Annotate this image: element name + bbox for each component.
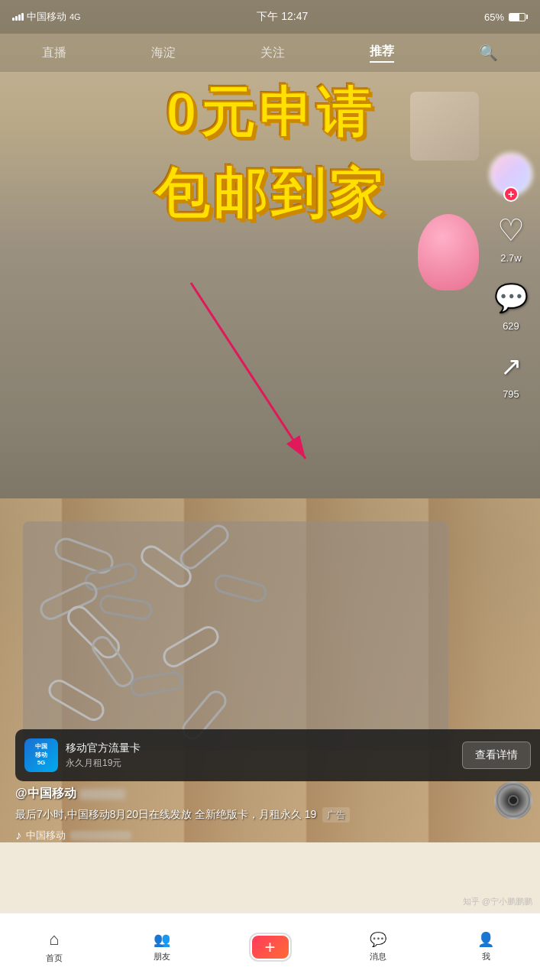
author-name-blurred bbox=[79, 789, 125, 800]
ad-cta-button[interactable]: 查看详情 bbox=[462, 741, 531, 769]
battery-indicator bbox=[509, 13, 528, 21]
share-count: 795 bbox=[503, 388, 519, 400]
like-count: 2.7w bbox=[500, 252, 521, 264]
music-note-icon: ♪ bbox=[15, 829, 21, 842]
video-info: @中国移动 最后7小时,中国移动8月20日在线发放 全新绝版卡，月租永久 19 … bbox=[15, 786, 479, 842]
music-info: ♪ 中国移动 bbox=[15, 829, 479, 842]
comment-action[interactable]: 💬 629 bbox=[492, 279, 530, 332]
battery-tip bbox=[526, 15, 528, 19]
video-area: 0元申请 包邮到家 bbox=[0, 0, 540, 842]
follow-button[interactable]: + bbox=[503, 187, 519, 202]
ad-subtitle: 永久月租19元 bbox=[66, 757, 454, 770]
tab-add[interactable]: + bbox=[216, 934, 324, 960]
share-icon-container: ↗ bbox=[492, 347, 530, 385]
battery-body bbox=[509, 13, 525, 21]
promo-text-area: 0元申请 包邮到家 bbox=[0, 76, 540, 231]
tab-home-label: 首页 bbox=[46, 952, 63, 964]
author-avatar-container: + bbox=[490, 153, 532, 196]
author-name-text: @中国移动 bbox=[15, 787, 76, 800]
promo-line1: 0元申请 bbox=[0, 76, 540, 150]
video-desc-text: 最后7小时,中国移动8月20日在线发放 全新绝版卡，月租永久 19 bbox=[15, 808, 316, 820]
signal-bar-2 bbox=[15, 16, 18, 21]
bottom-nav: ⌂ 首页 👥 朋友 + 💬 消息 👤 我 bbox=[0, 913, 540, 980]
svg-line-1 bbox=[191, 283, 306, 459]
video-background: 0元申请 包邮到家 bbox=[0, 0, 540, 842]
network-label: 4G bbox=[70, 12, 81, 21]
share-action[interactable]: ↗ 795 bbox=[492, 347, 530, 400]
signal-bar-1 bbox=[12, 18, 15, 21]
add-button[interactable]: + bbox=[251, 934, 290, 960]
carrier-label: 中国移动 bbox=[27, 10, 66, 24]
music-text-blurred bbox=[70, 831, 131, 840]
clips-pile bbox=[23, 521, 448, 751]
status-right: 65% bbox=[484, 11, 528, 23]
tab-friends[interactable]: 👥 朋友 bbox=[108, 931, 215, 962]
paper-clips-area bbox=[23, 521, 448, 751]
nav-item-follow[interactable]: 关注 bbox=[260, 45, 285, 61]
video-description: 最后7小时,中国移动8月20日在线发放 全新绝版卡，月租永久 19 广告 bbox=[15, 806, 479, 823]
ad-tag: 广告 bbox=[322, 807, 350, 823]
tab-friends-icon: 👥 bbox=[154, 931, 170, 948]
nav-item-recommend[interactable]: 推荐 bbox=[370, 44, 394, 63]
battery-percent: 65% bbox=[484, 11, 504, 23]
like-icon-container: ♡ bbox=[492, 211, 530, 249]
ad-logo: 中国 移动 5G bbox=[24, 738, 58, 772]
nav-item-haidian[interactable]: 海淀 bbox=[151, 45, 176, 61]
watermark: 知乎 @宁小鹏鹏鹏 bbox=[463, 896, 532, 907]
heart-icon: ♡ bbox=[497, 213, 525, 248]
music-disc[interactable] bbox=[494, 781, 532, 819]
tab-home-icon: ⌂ bbox=[49, 930, 59, 949]
comment-icon: 💬 bbox=[494, 282, 529, 314]
battery-fill bbox=[509, 14, 519, 21]
ad-logo-text: 中国 移动 5G bbox=[35, 743, 47, 767]
ad-text-area: 移动官方流量卡 永久月租19元 bbox=[66, 741, 454, 770]
music-author: 中国移动 bbox=[26, 829, 66, 842]
signal-bars bbox=[12, 13, 24, 21]
search-button[interactable]: 🔍 bbox=[479, 44, 498, 62]
add-icon: + bbox=[265, 938, 276, 956]
status-bar: 中国移动 4G 下午 12:47 65% bbox=[0, 0, 540, 34]
top-nav-bar: 直播 海淀 关注 推荐 🔍 bbox=[0, 34, 540, 72]
like-action[interactable]: ♡ 2.7w bbox=[492, 211, 530, 264]
signal-bar-3 bbox=[18, 15, 21, 21]
tab-home[interactable]: ⌂ 首页 bbox=[0, 930, 108, 964]
music-disc-inner bbox=[508, 795, 519, 806]
tab-profile-label: 我 bbox=[482, 951, 490, 962]
tab-messages[interactable]: 💬 消息 bbox=[324, 931, 432, 962]
tab-profile[interactable]: 👤 我 bbox=[432, 931, 540, 962]
tab-friends-label: 朋友 bbox=[154, 951, 170, 962]
arrow-overlay bbox=[153, 268, 344, 497]
phone-frame: 0元申请 包邮到家 中国移动 4G 下午 12:47 65% bbox=[0, 0, 540, 980]
tab-messages-icon: 💬 bbox=[370, 931, 386, 948]
ad-banner[interactable]: 中国 移动 5G 移动官方流量卡 永久月租19元 查看详情 bbox=[15, 729, 540, 781]
status-time: 下午 12:47 bbox=[257, 10, 308, 24]
status-left: 中国移动 4G bbox=[12, 10, 81, 24]
share-icon: ↗ bbox=[500, 351, 522, 381]
right-sidebar: + ♡ 2.7w 💬 629 ↗ 795 bbox=[490, 153, 532, 400]
signal-bar-4 bbox=[21, 13, 24, 21]
ad-title: 移动官方流量卡 bbox=[66, 741, 454, 755]
author-name[interactable]: @中国移动 bbox=[15, 786, 479, 802]
watermark-text: 知乎 @宁小鹏鹏鹏 bbox=[463, 897, 532, 906]
tab-messages-label: 消息 bbox=[370, 951, 386, 962]
tab-profile-icon: 👤 bbox=[477, 931, 494, 948]
comment-icon-container: 💬 bbox=[492, 279, 530, 317]
promo-line2: 包邮到家 bbox=[0, 157, 540, 231]
nav-item-live[interactable]: 直播 bbox=[42, 45, 66, 61]
comment-count: 629 bbox=[503, 320, 519, 332]
